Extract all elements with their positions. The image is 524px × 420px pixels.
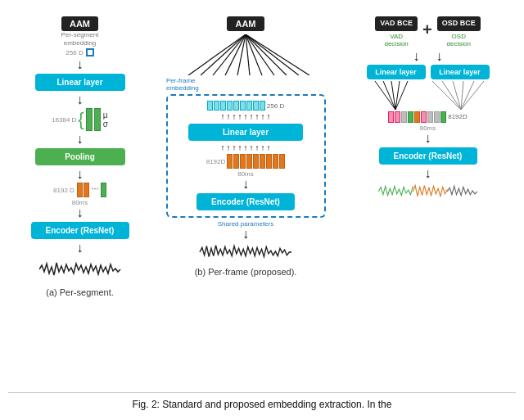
up-arrows-b: ↑↑↑↑↑↑↑↑↑	[221, 112, 271, 121]
fan-svg-b	[172, 34, 319, 75]
arrow-down-1a: ↓	[77, 58, 84, 71]
waveform-c	[375, 180, 481, 203]
mu-sigma-symbols: μ σ	[103, 111, 108, 129]
dim-8192-c: 8192D	[448, 113, 468, 120]
cs6	[240, 101, 246, 111]
waveform-svg-b	[196, 241, 295, 264]
plus-sign: +	[422, 20, 432, 39]
orange-squares-a: ···	[77, 183, 106, 197]
two-linears-c: Linear layer Linear layer	[367, 65, 490, 79]
osd-col: OSD BCE OSDdecision	[437, 16, 481, 47]
dim-256-b: 256 D	[267, 102, 284, 110]
waveform-a	[39, 257, 121, 282]
svg-line-0	[188, 34, 246, 75]
arrows-dual-c: ↓ ↓	[413, 50, 443, 63]
encoder-c: Encoder (ResNet)	[379, 147, 477, 165]
aam-box-a: AAM	[61, 16, 98, 31]
fan-svg-c	[363, 81, 494, 110]
cs2	[214, 101, 219, 111]
cs9	[260, 101, 265, 111]
per-segment-label: Per-segmentembedding	[61, 31, 99, 47]
cyan-squares-row-b: 256 D	[207, 101, 284, 111]
cs5	[233, 101, 239, 111]
arrow-c2: ↓	[425, 132, 431, 145]
figure-c: VAD BCE VADdecision + OSD BCE OSDdecisio…	[348, 8, 508, 203]
waveform-svg-c	[375, 180, 481, 203]
dashed-border-b: 256 D ↑↑↑↑↑↑↑↑↑ Linear layer ↑↑↑↑↑↑↑↑↑ 8…	[166, 94, 326, 218]
cs4	[227, 101, 233, 111]
svg-line-10	[246, 34, 309, 75]
linear-layer-b: Linear layer	[188, 124, 303, 141]
cs3	[220, 101, 226, 111]
embed-square-a	[86, 48, 94, 56]
caption-a: (a) Per-segment.	[46, 287, 114, 297]
arrow-down-4a: ↓	[77, 168, 84, 181]
gs1	[101, 183, 106, 197]
encoder-b: Encoder (ResNet)	[196, 193, 295, 210]
dim-256-row-a: 256 D	[66, 48, 93, 56]
pooling-box: Pooling	[35, 148, 125, 165]
squares-8192-b: 8192D	[206, 154, 286, 169]
arrow-b4: ↓	[242, 228, 249, 241]
encoder-a: Encoder (ResNet)	[31, 222, 129, 239]
mixed-squares-c: 8192D	[388, 111, 468, 123]
vad-col: VAD BCE VADdecision	[375, 16, 418, 47]
osd-decision: OSDdecision	[447, 33, 471, 47]
caption-b: (b) Per-frame (proposed).	[195, 267, 297, 277]
linear-right-c: Linear layer	[431, 65, 490, 79]
cs1	[207, 101, 213, 111]
vad-box: VAD BCE	[375, 16, 418, 31]
linear-layer-a: Linear layer	[35, 74, 125, 91]
arrow-down-6a: ↓	[77, 242, 84, 255]
curly-brace-a: {	[78, 111, 84, 129]
up-arrows-b2: ↑↑↑↑↑↑↑↑↑	[221, 143, 271, 152]
os1	[77, 183, 83, 197]
green-squares-a	[86, 108, 101, 131]
vad-decision: VADdecision	[384, 33, 408, 47]
cyan-squares-b	[207, 101, 265, 111]
dots-a: ···	[91, 183, 99, 197]
dim-8192-a: 8192 D	[53, 187, 75, 194]
cs7	[246, 101, 252, 111]
arrow-b3: ↓	[242, 178, 249, 191]
figure-a: AAM Per-segmentembedding 256 D ↓ Linear …	[16, 8, 143, 297]
fan-lines-b	[172, 34, 319, 75]
main-container: AAM Per-segmentembedding 256 D ↓ Linear …	[0, 0, 524, 420]
green-sq1	[86, 108, 93, 131]
fan-c	[363, 81, 494, 110]
waveform-b	[196, 241, 295, 264]
orange-sq-b	[227, 154, 285, 169]
dim-16384-a: 16384 D	[52, 116, 76, 124]
figure-caption: Fig. 2: Standard and proposed embedding …	[8, 392, 516, 412]
arrow-down-3a: ↓	[77, 133, 84, 146]
os2	[84, 183, 89, 197]
cs8	[253, 101, 259, 111]
svg-line-3	[225, 34, 246, 75]
mixed-sq-row	[388, 111, 446, 123]
linear-left-c: Linear layer	[367, 65, 426, 79]
top-boxes-c: VAD BCE VADdecision + OSD BCE OSDdecisio…	[375, 16, 481, 47]
arrow-down-2a: ↓	[77, 93, 84, 106]
svg-line-8	[246, 34, 287, 75]
arrow-down-5a: ↓	[77, 206, 84, 219]
figures-row: AAM Per-segmentembedding 256 D ↓ Linear …	[8, 8, 516, 389]
arrow-c3: ↓	[425, 167, 431, 180]
aam-box-b: AAM	[227, 16, 264, 31]
waveform-svg-a	[39, 257, 121, 282]
figure-b: AAM Per-framee	[160, 8, 332, 277]
squares-8192-a: 8192 D ···	[53, 183, 106, 197]
dim-8192-b: 8192D	[206, 158, 226, 165]
dim-256-a: 256 D	[66, 49, 83, 56]
mu-sigma-row: 16384 D { μ σ	[52, 108, 108, 131]
per-frame-label-b: Per-frameembedding	[166, 77, 199, 92]
svg-line-17	[442, 81, 461, 110]
osd-box: OSD BCE	[437, 16, 481, 31]
green-sq2	[94, 108, 101, 131]
